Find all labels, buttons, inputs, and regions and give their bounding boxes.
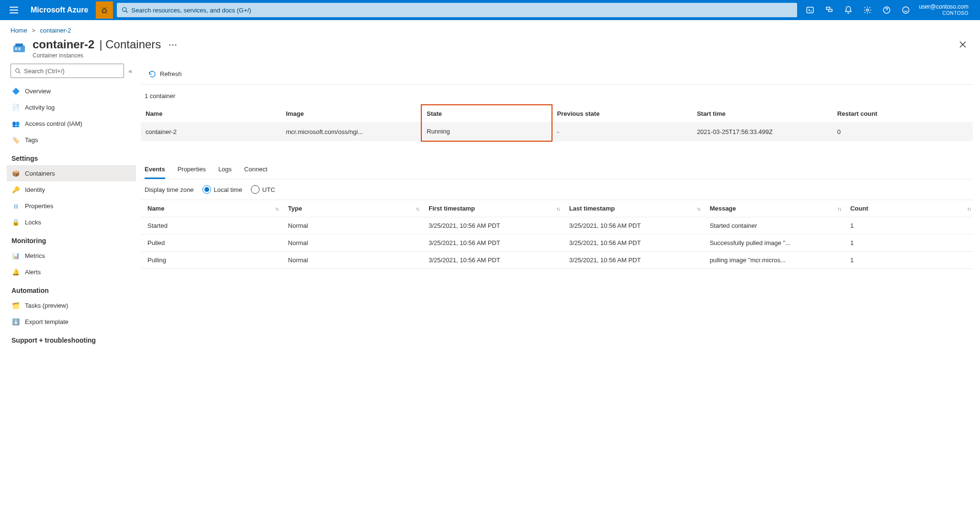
directories-icon[interactable] xyxy=(820,0,838,20)
sidebar-item-containers[interactable]: 📦Containers xyxy=(7,165,136,181)
feedback-icon[interactable] xyxy=(897,0,915,20)
sidenav-search-input[interactable]: Search (Ctrl+/) xyxy=(11,64,124,78)
sidebar-item-metrics[interactable]: 📊Metrics xyxy=(7,247,136,264)
sidebar-item-identity[interactable]: 🔑Identity xyxy=(7,181,136,198)
timezone-selector: Display time zone Local time UTC xyxy=(141,179,973,200)
sidebar-label: Metrics xyxy=(25,252,45,259)
ecol-name[interactable]: Name↑↓ xyxy=(141,200,282,217)
sidebar-item-export-template[interactable]: ⬇️Export template xyxy=(7,313,136,330)
col-image[interactable]: Image xyxy=(281,105,421,122)
tab-logs[interactable]: Logs xyxy=(218,163,232,179)
close-blade-button[interactable] xyxy=(956,38,969,53)
cell: 1 xyxy=(844,234,973,252)
brand-label[interactable]: Microsoft Azure xyxy=(23,6,96,14)
help-icon[interactable] xyxy=(878,0,896,20)
tasks-icon: 🗂️ xyxy=(11,302,20,309)
col-state[interactable]: State xyxy=(421,105,552,122)
svg-point-16 xyxy=(16,68,20,72)
svg-line-5 xyxy=(126,11,128,13)
breadcrumb-current[interactable]: container-2 xyxy=(40,27,71,34)
event-row[interactable]: Started Normal 3/25/2021, 10:56 AM PDT 3… xyxy=(141,217,973,234)
notifications-icon[interactable] xyxy=(839,0,857,20)
ecol-count[interactable]: Count↑↓ xyxy=(844,200,973,217)
containers-table: Name Image State Previous state Start ti… xyxy=(141,104,973,142)
sidebar-item-properties[interactable]: ⫼Properties xyxy=(7,198,136,214)
metrics-icon: 📊 xyxy=(11,252,20,259)
breadcrumb: Home > container-2 xyxy=(0,20,980,38)
search-placeholder: Search resources, services, and docs (G+… xyxy=(131,7,251,14)
svg-point-4 xyxy=(123,8,126,11)
svg-rect-12 xyxy=(15,47,17,50)
locks-icon: 🔒 xyxy=(11,219,20,226)
tab-events[interactable]: Events xyxy=(145,163,165,179)
sidebar-item-tags[interactable]: 🏷️Tags xyxy=(7,132,136,148)
cell: 3/25/2021, 10:56 AM PDT xyxy=(563,217,703,234)
sort-icon: ↑↓ xyxy=(967,206,970,212)
sidebar-item-activity-log[interactable]: 📄Activity log xyxy=(7,99,136,115)
user-account[interactable]: user@contoso.com CONTOSO xyxy=(916,4,975,16)
containers-icon: 📦 xyxy=(11,170,20,177)
sidebar-item-alerts[interactable]: 🔔Alerts xyxy=(7,264,136,280)
container-instance-icon xyxy=(11,40,28,57)
col-name[interactable]: Name xyxy=(141,105,281,122)
cloud-shell-icon[interactable] xyxy=(801,0,819,20)
tags-icon: 🏷️ xyxy=(11,136,20,144)
ecol-message[interactable]: Message↑↓ xyxy=(703,200,844,217)
col-prev-state[interactable]: Previous state xyxy=(552,105,692,122)
cell: 3/25/2021, 10:56 AM PDT xyxy=(563,252,703,269)
radio-label: Local time xyxy=(214,186,242,193)
col-start-time[interactable]: Start time xyxy=(692,105,833,122)
sort-icon: ↑↓ xyxy=(697,206,700,212)
menu-icon[interactable] xyxy=(5,7,23,13)
blade-header: container-2 | Containers ⋯ Container ins… xyxy=(0,38,980,64)
svg-point-7 xyxy=(867,9,869,11)
radio-utc[interactable]: UTC xyxy=(251,185,275,194)
settings-icon[interactable] xyxy=(858,0,877,20)
cell-name: container-2 xyxy=(141,122,281,141)
svg-line-17 xyxy=(19,72,20,73)
cell-prev-state: - xyxy=(552,122,692,141)
user-email: user@contoso.com xyxy=(919,4,969,11)
cell: Successfully pulled image "... xyxy=(703,234,844,252)
report-bug-icon[interactable] xyxy=(96,1,113,19)
breadcrumb-home[interactable]: Home xyxy=(11,27,27,34)
cell-state: Running xyxy=(421,122,552,141)
svg-point-9 xyxy=(903,7,910,13)
ecol-last[interactable]: Last timestamp↑↓ xyxy=(563,200,703,217)
event-row[interactable]: Pulled Normal 3/25/2021, 10:56 AM PDT 3/… xyxy=(141,234,973,252)
cell: 1 xyxy=(844,252,973,269)
sort-icon: ↑↓ xyxy=(837,206,841,212)
ecol-first[interactable]: First timestamp↑↓ xyxy=(422,200,563,217)
sidebar-label: Tags xyxy=(25,136,38,144)
more-actions-icon[interactable]: ⋯ xyxy=(169,39,177,50)
events-header-row: Name↑↓ Type↑↓ First timestamp↑↓ Last tim… xyxy=(141,200,973,217)
tab-properties[interactable]: Properties xyxy=(178,163,206,179)
sidebar-label: Identity xyxy=(25,186,45,193)
global-search-input[interactable]: Search resources, services, and docs (G+… xyxy=(117,3,797,17)
sort-icon: ↑↓ xyxy=(275,206,279,212)
sidebar-label: Locks xyxy=(25,219,41,226)
ecol-type[interactable]: Type↑↓ xyxy=(282,200,422,217)
col-restart-count[interactable]: Restart count xyxy=(833,105,973,122)
table-row[interactable]: container-2 mcr.microsoft.com/oss/ngi...… xyxy=(141,122,973,141)
nav-heading-settings: Settings xyxy=(7,148,136,165)
iam-icon: 👥 xyxy=(11,120,20,127)
sidebar-item-overview[interactable]: 🔷Overview xyxy=(7,83,136,99)
radio-local-time[interactable]: Local time xyxy=(203,185,242,194)
sidebar-item-tasks[interactable]: 🗂️Tasks (preview) xyxy=(7,297,136,313)
sidebar-item-locks[interactable]: 🔒Locks xyxy=(7,214,136,230)
export-icon: ⬇️ xyxy=(11,318,20,325)
container-count: 1 container xyxy=(141,85,973,104)
collapse-nav-icon[interactable]: « xyxy=(129,67,132,75)
tab-connect[interactable]: Connect xyxy=(244,163,267,179)
sidebar-item-access-control[interactable]: 👥Access control (IAM) xyxy=(7,115,136,132)
cell: 3/25/2021, 10:56 AM PDT xyxy=(422,217,563,234)
event-row[interactable]: Pulling Normal 3/25/2021, 10:56 AM PDT 3… xyxy=(141,252,973,269)
sidebar-label: Access control (IAM) xyxy=(25,120,82,127)
svg-rect-11 xyxy=(15,44,23,46)
cell-restart: 0 xyxy=(833,122,973,141)
cell: 1 xyxy=(844,217,973,234)
sidebar-label: Export template xyxy=(25,318,68,325)
topbar: Microsoft Azure Search resources, servic… xyxy=(0,0,980,20)
refresh-button[interactable]: Refresh xyxy=(145,67,186,81)
